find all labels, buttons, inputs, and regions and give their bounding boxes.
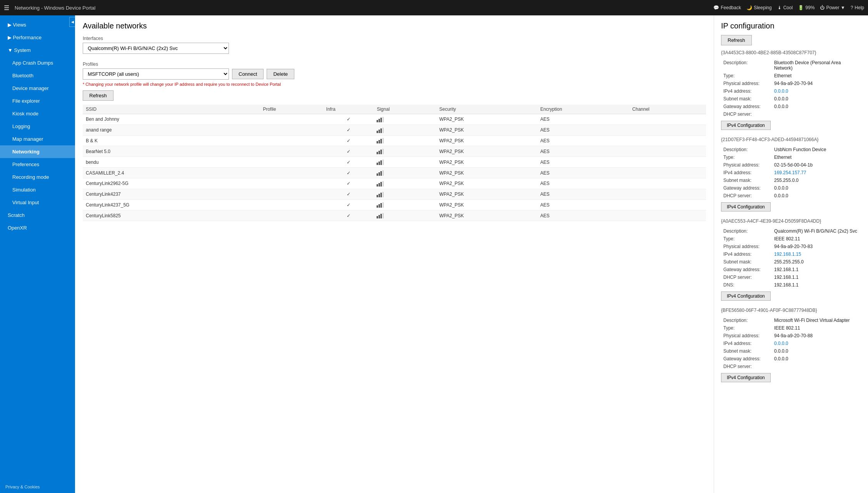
sidebar-item-views[interactable]: ▶ Views — [0, 18, 75, 31]
sidebar-item-virtual-input[interactable]: Virtual Input — [0, 196, 75, 209]
cell-infra: ✓ — [323, 135, 374, 146]
cell-channel — [629, 125, 706, 135]
menu-icon[interactable]: ☰ — [4, 4, 9, 12]
cell-profile — [260, 200, 323, 210]
cell-profile — [260, 135, 323, 146]
views-label: ▶ Views — [8, 22, 26, 28]
cell-security: WPA2_PSK — [436, 114, 537, 125]
cell-encryption: AES — [537, 168, 629, 178]
cell-security: WPA2_PSK — [436, 189, 537, 200]
table-row[interactable]: bendu ✓ WPA2_PSK AES — [83, 157, 706, 168]
ip-refresh-button[interactable]: Refresh — [721, 35, 752, 45]
power-action[interactable]: ⏻ Power ▼ — [820, 5, 845, 10]
virtual-input-label: Virtual Input — [12, 200, 39, 205]
cell-signal — [374, 210, 436, 221]
sidebar-item-bluetooth[interactable]: Bluetooth — [0, 69, 75, 82]
top-actions: 💬 Feedback 🌙 Sleeping 🌡 Cool 🔋 99% ⏻ Pow… — [713, 5, 864, 10]
sidebar-item-recording-mode[interactable]: Recording mode — [0, 171, 75, 183]
cell-signal — [374, 125, 436, 135]
svg-rect-9 — [379, 140, 380, 143]
svg-rect-28 — [377, 195, 378, 197]
sidebar-item-device-manager[interactable]: Device manager — [0, 82, 75, 95]
svg-rect-18 — [381, 160, 382, 165]
cell-encryption: AES — [537, 189, 629, 200]
cell-infra: ✓ — [323, 157, 374, 168]
ipv4-config-button-2[interactable]: IPv4 Configuration — [721, 291, 771, 301]
ipv4-config-button-1[interactable]: IPv4 Configuration — [721, 202, 771, 212]
table-row[interactable]: Ben and Johnny ✓ WPA2_PSK AES — [83, 114, 706, 125]
sidebar-item-scratch[interactable]: Scratch — [0, 209, 75, 222]
svg-rect-8 — [377, 141, 378, 143]
table-row[interactable]: CenturyLink4237 ✓ WPA2_PSK AES — [83, 189, 706, 200]
ip-details-table: Description:Qualcomm(R) Wi-Fi B/G/N/AC (… — [721, 227, 861, 289]
svg-rect-25 — [379, 183, 380, 187]
cell-profile — [260, 114, 323, 125]
sleeping-action[interactable]: 🌙 Sleeping — [746, 5, 772, 10]
cell-security: WPA2_PSK — [436, 125, 537, 135]
sidebar-item-preferences[interactable]: Preferences — [0, 158, 75, 171]
svg-rect-24 — [377, 184, 378, 187]
cell-ssid: CenturyLink4237_5G — [83, 200, 260, 210]
app-crash-dumps-label: App Crash Dumps — [12, 60, 53, 66]
profiles-row: MSFTCORP (all users) Connect Delete — [83, 68, 706, 80]
svg-rect-35 — [382, 202, 384, 208]
svg-rect-7 — [382, 128, 384, 133]
cell-encryption: AES — [537, 178, 629, 189]
cell-encryption: AES — [537, 125, 629, 135]
sidebar-item-kiosk-mode[interactable]: Kiosk mode — [0, 107, 75, 120]
ipv4-config-button-0[interactable]: IPv4 Configuration — [721, 121, 771, 130]
sidebar-item-networking[interactable]: Networking — [0, 145, 75, 158]
scratch-label: Scratch — [8, 212, 25, 218]
networks-refresh-button[interactable]: Refresh — [83, 90, 114, 101]
sidebar-item-map-manager[interactable]: Map manager — [0, 133, 75, 145]
connect-button[interactable]: Connect — [232, 69, 264, 79]
networks-table: SSID Profile Infra Signal Security Encry… — [83, 105, 706, 221]
sidebar: ◀ ▶ Views ▶ Performance ▼ System App Cra… — [0, 15, 75, 493]
battery-action[interactable]: 🔋 99% — [798, 5, 815, 10]
ip-guid: {A0AEC553-A4CF-4E39-9E24-D5059F8DA4DD} — [721, 218, 861, 224]
kiosk-mode-label: Kiosk mode — [12, 111, 38, 117]
sidebar-collapse-btn[interactable]: ◀ — [69, 17, 75, 27]
svg-rect-23 — [382, 170, 384, 176]
ip-details-table: Description:Microsoft Wi-Fi Direct Virtu… — [721, 316, 861, 371]
ip-config-panel: IP configuration Refresh {3A4453C3-8800-… — [714, 15, 868, 493]
ipv4-config-button-3[interactable]: IPv4 Configuration — [721, 373, 771, 382]
recording-mode-label: Recording mode — [12, 174, 49, 180]
profiles-select[interactable]: MSFTCORP (all users) — [83, 68, 229, 80]
table-row[interactable]: CenturyLink5825 ✓ WPA2_PSK AES — [83, 210, 706, 221]
cell-infra: ✓ — [323, 210, 374, 221]
sidebar-item-performance[interactable]: ▶ Performance — [0, 31, 75, 44]
feedback-action[interactable]: 💬 Feedback — [713, 5, 741, 10]
cell-channel — [629, 178, 706, 189]
help-action[interactable]: ? Help — [851, 5, 864, 10]
table-row[interactable]: CenturyLink2962-5G ✓ WPA2_PSK AES — [83, 178, 706, 189]
table-row[interactable]: anand range ✓ WPA2_PSK AES — [83, 125, 706, 135]
networking-label: Networking — [12, 149, 40, 155]
delete-button[interactable]: Delete — [267, 69, 294, 79]
svg-rect-37 — [379, 215, 380, 218]
sidebar-item-openxr[interactable]: OpenXR — [0, 222, 75, 234]
cool-action[interactable]: 🌡 Cool — [777, 5, 793, 10]
cell-security: WPA2_PSK — [436, 135, 537, 146]
sidebar-item-simulation[interactable]: Simulation — [0, 183, 75, 196]
sidebar-item-app-crash-dumps[interactable]: App Crash Dumps — [0, 57, 75, 69]
topbar: ☰ Networking - Windows Device Portal 💬 F… — [0, 0, 868, 15]
cell-ssid: BearNet 5.0 — [83, 146, 260, 157]
privacy-cookies[interactable]: Privacy & Cookies — [0, 481, 75, 493]
interfaces-label: Interfaces — [83, 36, 706, 41]
table-row[interactable]: BearNet 5.0 ✓ WPA2_PSK AES — [83, 146, 706, 157]
cell-profile — [260, 189, 323, 200]
cell-encryption: AES — [537, 200, 629, 210]
sidebar-item-system[interactable]: ▼ System — [0, 44, 75, 57]
sidebar-item-file-explorer[interactable]: File explorer — [0, 95, 75, 107]
table-row[interactable]: B & K ✓ WPA2_PSK AES — [83, 135, 706, 146]
cell-profile — [260, 210, 323, 221]
table-row[interactable]: CenturyLink4237_5G ✓ WPA2_PSK AES — [83, 200, 706, 210]
interfaces-select[interactable]: Qualcomm(R) Wi-Fi B/G/N/AC (2x2) Svc — [83, 43, 229, 54]
cell-ssid: Ben and Johnny — [83, 114, 260, 125]
svg-rect-31 — [382, 192, 384, 197]
map-manager-label: Map manager — [12, 136, 43, 142]
svg-rect-6 — [381, 128, 382, 133]
table-row[interactable]: CASAMILLER_2.4 ✓ WPA2_PSK AES — [83, 168, 706, 178]
sidebar-item-logging[interactable]: Logging — [0, 120, 75, 133]
